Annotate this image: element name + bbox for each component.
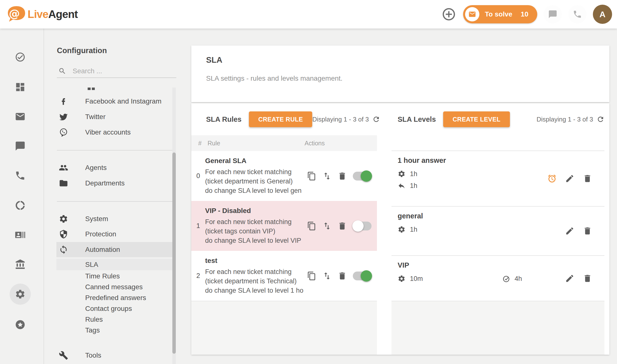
sla-levels-section: SLA Levels CREATE LEVEL Displaying 1 - 3… — [391, 103, 604, 355]
level-title: VIP — [398, 261, 604, 269]
reorder-icon[interactable] — [322, 271, 332, 281]
reorder-icon[interactable] — [322, 171, 332, 181]
sidebar-subitem-predefined-answers[interactable]: Predefined answers — [45, 292, 173, 303]
rule-enabled-toggle[interactable] — [353, 172, 372, 181]
sidebar-item-viber[interactable]: Viber accounts — [45, 125, 173, 140]
create-rule-button[interactable]: CREATE RULE — [249, 111, 312, 127]
delete-icon[interactable] — [583, 226, 592, 236]
sidebar-subitem-tags[interactable]: Tags — [45, 324, 173, 336]
departments-icon — [59, 179, 68, 188]
logo-icon: @ — [7, 6, 26, 23]
levels-heading: SLA Levels — [398, 115, 436, 123]
logo-live: Live — [28, 8, 48, 20]
sidebar-item-twitter[interactable]: Twitter — [45, 109, 173, 124]
sidebar-subitem-time-rules[interactable]: Time Rules — [45, 270, 173, 282]
sidebar-item-label: Contact groups — [85, 305, 132, 313]
liveagent-logo[interactable]: @ LiveAgent — [7, 0, 78, 29]
delete-icon[interactable] — [338, 171, 347, 181]
levels-footer — [391, 301, 604, 355]
search-input[interactable] — [73, 67, 166, 75]
gear-icon — [398, 226, 406, 233]
create-level-button[interactable]: CREATE LEVEL — [443, 111, 510, 127]
icon-rail — [0, 29, 44, 364]
avatar[interactable]: A — [593, 5, 612, 24]
rule-enabled-toggle[interactable] — [353, 222, 372, 230]
sync-icon — [59, 245, 68, 254]
search-icon — [58, 67, 66, 75]
sidebar-item-label: System — [85, 215, 108, 223]
delete-icon[interactable] — [338, 271, 347, 281]
copy-icon[interactable] — [307, 221, 316, 231]
sidebar-item-label: Protection — [85, 230, 116, 238]
rule-description-line: do change SLA level to level 1 ho — [205, 286, 309, 295]
search-field[interactable] — [57, 65, 176, 77]
rules-heading: SLA Rules — [206, 115, 242, 123]
contacts-icon[interactable] — [15, 229, 26, 240]
add-icon[interactable] — [441, 7, 456, 22]
levels-toolbar: SLA Levels CREATE LEVEL Displaying 1 - 3… — [398, 111, 604, 128]
alarm-icon[interactable] — [547, 174, 557, 183]
sidebar-item-facebook[interactable]: Facebook and Instagram — [45, 94, 173, 109]
sidebar-item-label: Tools — [85, 351, 101, 359]
check-circle-icon[interactable] — [15, 52, 26, 62]
chat-bubble-icon[interactable] — [15, 141, 26, 152]
call-icon[interactable] — [15, 170, 26, 181]
sidebar-subitem-rules[interactable]: Rules — [45, 314, 173, 325]
dashboard-icon[interactable] — [15, 82, 26, 92]
loader-icon[interactable] — [15, 200, 26, 211]
sidebar-subitem-canned-messages[interactable]: Canned messages — [45, 281, 173, 293]
table-row-test[interactable]: 2 test For each new ticket matching (tic… — [191, 251, 377, 301]
chat-icon[interactable] — [544, 5, 562, 23]
sidebar-item-label: Facebook and Instagram — [85, 97, 162, 105]
reorder-icon[interactable] — [322, 221, 332, 231]
envelope-icon — [465, 7, 479, 21]
refresh-icon[interactable] — [597, 115, 604, 123]
search-underline — [57, 77, 176, 78]
rule-enabled-toggle[interactable] — [353, 272, 372, 280]
rule-title: VIP - Disabled — [205, 207, 309, 215]
scrollbar-thumb[interactable] — [172, 152, 176, 354]
svg-text:@: @ — [9, 7, 20, 20]
sidebar-subitem-contact-groups[interactable]: Contact groups — [45, 303, 173, 314]
edit-icon[interactable] — [565, 174, 574, 183]
refresh-icon[interactable] — [372, 115, 380, 123]
mail-icon[interactable] — [15, 111, 26, 122]
rule-description-line: For each new ticket matching — [205, 217, 309, 227]
edit-icon[interactable] — [565, 274, 574, 283]
delete-icon[interactable] — [583, 274, 592, 283]
list-item-1-hour-answer[interactable]: 1 hour answer 1h 1h — [391, 151, 604, 206]
sidebar-item-label: SLA — [85, 261, 98, 269]
delete-icon[interactable] — [583, 174, 592, 183]
sidebar-item-agents[interactable]: Agents — [45, 160, 173, 175]
copy-icon[interactable] — [307, 171, 316, 181]
sidebar-item-label: Twitter — [85, 113, 105, 121]
sla-rules-section: SLA Rules CREATE RULE Displaying 1 - 3 o… — [191, 103, 377, 355]
edit-icon[interactable] — [565, 226, 574, 236]
level-answer-time: 10m — [410, 275, 423, 283]
rule-description-line: (ticket department is Technical) — [205, 276, 309, 286]
page-title: SLA — [206, 55, 222, 65]
copy-icon[interactable] — [307, 271, 316, 281]
delete-icon[interactable] — [338, 221, 347, 231]
sidebar-item-system[interactable]: System — [45, 211, 173, 227]
table-row-general-sla[interactable]: 0 General SLA For each new ticket matchi… — [191, 151, 377, 201]
list-item-vip[interactable]: VIP 10m 4h — [391, 255, 604, 301]
star-icon[interactable] — [15, 319, 26, 330]
list-item-general[interactable]: general 1h — [391, 206, 604, 255]
to-solve-button[interactable]: To solve 10 — [463, 5, 537, 23]
sidebar-item-protection[interactable]: Protection — [45, 227, 173, 242]
settings-gear-icon[interactable] — [10, 284, 31, 305]
table-row-vip-disabled[interactable]: 1 VIP - Disabled For each new ticket mat… — [191, 201, 377, 251]
sidebar-item-automation[interactable]: Automation — [56, 242, 173, 257]
to-solve-label: To solve — [485, 10, 512, 18]
sidebar-item-label: Departments — [85, 179, 125, 187]
rule-description-line: (ticket department is General) — [205, 177, 309, 186]
bank-icon[interactable] — [15, 259, 26, 270]
rule-description-line: (ticket tags contain VIP) — [205, 227, 309, 236]
sidebar-subitem-sla[interactable]: SLA — [56, 259, 173, 270]
phone-icon[interactable] — [568, 5, 586, 23]
sidebar-item-tools[interactable]: Tools — [45, 348, 173, 363]
level-title: 1 hour answer — [398, 156, 604, 165]
divider — [57, 150, 173, 151]
sidebar-item-departments[interactable]: Departments — [45, 176, 173, 191]
